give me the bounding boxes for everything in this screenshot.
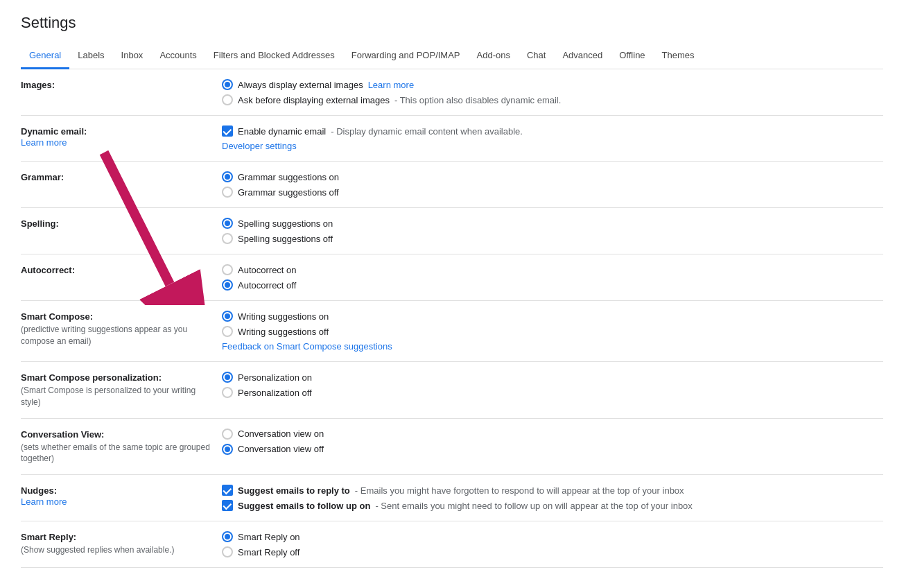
smart-compose-personalization-option-text-0: Personalization on bbox=[238, 372, 312, 383]
grammar-radio-0[interactable] bbox=[222, 171, 233, 182]
images-option-text-0: Always display external images bbox=[238, 80, 363, 90]
smart-compose-radio-0[interactable] bbox=[222, 311, 233, 322]
setting-row-conversation-view: Conversation View:(sets whether emails o… bbox=[21, 418, 883, 475]
smart-reply-option-1: Smart Reply off bbox=[222, 546, 878, 557]
tab-inbox[interactable]: Inbox bbox=[113, 43, 152, 69]
setting-row-smart-reply: Smart Reply:(Show suggested replies when… bbox=[21, 521, 883, 568]
smart-compose-label: Smart Compose: bbox=[21, 311, 93, 322]
setting-row-images: Images:Always display external images Le… bbox=[21, 69, 883, 116]
autocorrect-option-1: Autocorrect off bbox=[222, 279, 878, 291]
images-option-0: Always display external images Learn mor… bbox=[222, 79, 878, 90]
smart-compose-option-text-0: Writing suggestions on bbox=[238, 311, 329, 322]
dynamic-email-option-extra-0: - Display dynamic email content when ava… bbox=[331, 126, 523, 137]
tab-accounts[interactable]: Accounts bbox=[151, 43, 205, 69]
images-option-extra-1: - This option also disables dynamic emai… bbox=[394, 95, 561, 105]
spelling-option-text-1: Spelling suggestions off bbox=[238, 234, 333, 244]
conversation-view-radio-0[interactable] bbox=[222, 429, 233, 440]
conversation-view-label: Conversation View: bbox=[21, 429, 104, 440]
smart-reply-radio-0[interactable] bbox=[222, 531, 233, 542]
setting-row-smart-compose: Smart Compose:(predictive writing sugges… bbox=[21, 301, 883, 362]
tab-chat[interactable]: Chat bbox=[519, 43, 554, 69]
dynamic-email-option-0: Enable dynamic email - Display dynamic e… bbox=[222, 126, 878, 137]
tab-filters-and-blocked-addresses[interactable]: Filters and Blocked Addresses bbox=[205, 43, 343, 69]
autocorrect-option-text-1: Autocorrect off bbox=[238, 280, 296, 291]
spelling-option-text-0: Spelling suggestions on bbox=[238, 218, 333, 229]
settings-table: Images:Always display external images Le… bbox=[21, 69, 883, 568]
smart-compose-personalization-option-1: Personalization off bbox=[222, 387, 878, 398]
grammar-option-text-0: Grammar suggestions on bbox=[238, 172, 339, 182]
autocorrect-option-0: Autocorrect on bbox=[222, 264, 878, 275]
smart-compose-personalization-radio-0[interactable] bbox=[222, 372, 233, 383]
setting-row-spelling: Spelling:Spelling suggestions onSpelling… bbox=[21, 208, 883, 254]
conversation-view-sublabel: (sets whether emails of the same topic a… bbox=[21, 442, 216, 465]
grammar-option-1: Grammar suggestions off bbox=[222, 187, 878, 198]
conversation-view-option-1: Conversation view off bbox=[222, 444, 878, 455]
autocorrect-label: Autocorrect: bbox=[21, 265, 75, 275]
nudges-option-extra-1: - Sent emails you might need to follow u… bbox=[375, 501, 692, 511]
setting-row-autocorrect: Autocorrect:Autocorrect onAutocorrect of… bbox=[21, 254, 883, 301]
smart-reply-radio-1[interactable] bbox=[222, 546, 233, 557]
dynamic-email-learn-more-link[interactable]: Learn more bbox=[21, 137, 67, 148]
setting-row-dynamic-email: Dynamic email:Learn moreEnable dynamic e… bbox=[21, 116, 883, 162]
grammar-radio-1[interactable] bbox=[222, 187, 233, 198]
dynamic-email-label: Dynamic email: bbox=[21, 126, 87, 137]
nudges-option-1: Suggest emails to follow up on - Sent em… bbox=[222, 500, 878, 511]
smart-compose-radio-1[interactable] bbox=[222, 326, 233, 337]
tab-offline[interactable]: Offline bbox=[611, 43, 653, 69]
dynamic-email-link-1[interactable]: Developer settings bbox=[222, 141, 297, 151]
tab-advanced[interactable]: Advanced bbox=[554, 43, 611, 69]
nudges-option-extra-0: - Emails you might have forgotten to res… bbox=[355, 485, 684, 496]
smart-compose-personalization-option-text-1: Personalization off bbox=[238, 388, 312, 398]
tab-forwarding-and-pop/imap[interactable]: Forwarding and POP/IMAP bbox=[343, 43, 469, 69]
smart-reply-option-text-1: Smart Reply off bbox=[238, 547, 299, 557]
images-radio-1[interactable] bbox=[222, 94, 233, 105]
images-inline-link-0[interactable]: Learn more bbox=[368, 80, 414, 90]
images-label: Images: bbox=[21, 80, 55, 90]
spelling-radio-0[interactable] bbox=[222, 218, 233, 229]
conversation-view-option-text-0: Conversation view on bbox=[238, 429, 324, 439]
smart-compose-option-0: Writing suggestions on bbox=[222, 311, 878, 322]
dynamic-email-option-text-0: Enable dynamic email bbox=[238, 126, 326, 137]
nudges-option-text-0: Suggest emails to reply to bbox=[238, 485, 350, 496]
autocorrect-option-text-0: Autocorrect on bbox=[238, 265, 297, 275]
smart-compose-option-text-1: Writing suggestions off bbox=[238, 327, 329, 337]
setting-row-smart-compose-personalization: Smart Compose personalization:(Smart Com… bbox=[21, 362, 883, 419]
conversation-view-radio-1[interactable] bbox=[222, 444, 233, 455]
smart-compose-personalization-radio-1[interactable] bbox=[222, 387, 233, 398]
tab-add-ons[interactable]: Add-ons bbox=[469, 43, 519, 69]
smart-compose-link-2[interactable]: Feedback on Smart Compose suggestions bbox=[222, 341, 392, 352]
smart-compose-personalization-label: Smart Compose personalization: bbox=[21, 372, 162, 383]
nudges-label: Nudges: bbox=[21, 485, 57, 496]
smart-compose-option-link-2: Feedback on Smart Compose suggestions bbox=[222, 341, 878, 352]
tab-labels[interactable]: Labels bbox=[69, 43, 112, 69]
spelling-radio-1[interactable] bbox=[222, 233, 233, 244]
dynamic-email-option-link-1: Developer settings bbox=[222, 141, 878, 151]
setting-row-grammar: Grammar:Grammar suggestions onGrammar su… bbox=[21, 162, 883, 208]
nudges-option-0: Suggest emails to reply to - Emails you … bbox=[222, 485, 878, 496]
smart-compose-personalization-sublabel: (Smart Compose is personalized to your w… bbox=[21, 385, 216, 408]
nudges-checkbox-1[interactable] bbox=[222, 500, 233, 511]
page-title: Settings bbox=[21, 14, 883, 32]
nudges-checkbox-0[interactable] bbox=[222, 485, 233, 496]
nudges-learn-more-link[interactable]: Learn more bbox=[21, 496, 67, 507]
grammar-option-0: Grammar suggestions on bbox=[222, 171, 878, 182]
smart-reply-option-text-0: Smart Reply on bbox=[238, 532, 300, 542]
images-option-1: Ask before displaying external images - … bbox=[222, 94, 878, 105]
tab-general[interactable]: General bbox=[21, 43, 69, 69]
autocorrect-radio-1[interactable] bbox=[222, 279, 233, 291]
setting-row-nudges: Nudges:Learn moreSuggest emails to reply… bbox=[21, 475, 883, 521]
images-option-text-1: Ask before displaying external images bbox=[238, 95, 390, 105]
nudges-option-text-1: Suggest emails to follow up on bbox=[238, 501, 370, 511]
spelling-option-1: Spelling suggestions off bbox=[222, 233, 878, 244]
images-radio-0[interactable] bbox=[222, 79, 233, 90]
grammar-option-text-1: Grammar suggestions off bbox=[238, 187, 339, 198]
tab-themes[interactable]: Themes bbox=[654, 43, 703, 69]
spelling-option-0: Spelling suggestions on bbox=[222, 218, 878, 229]
dynamic-email-checkbox-0[interactable] bbox=[222, 126, 233, 137]
smart-reply-label: Smart Reply: bbox=[21, 532, 76, 542]
autocorrect-radio-0[interactable] bbox=[222, 264, 233, 275]
smart-compose-personalization-option-0: Personalization on bbox=[222, 372, 878, 383]
conversation-view-option-0: Conversation view on bbox=[222, 429, 878, 440]
smart-reply-sublabel: (Show suggested replies when available.) bbox=[21, 544, 216, 556]
smart-compose-sublabel: (predictive writing suggestions appear a… bbox=[21, 324, 216, 347]
